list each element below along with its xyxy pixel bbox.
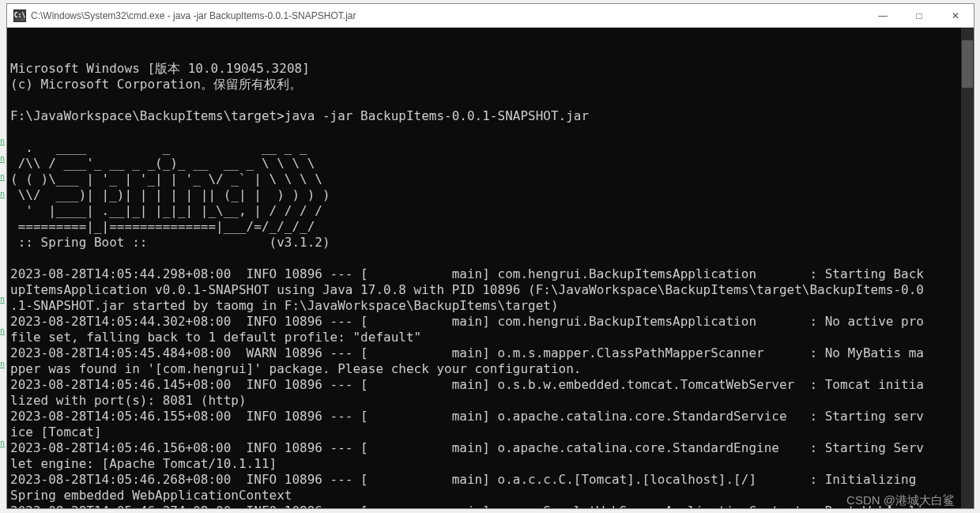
console-line: 2023-08-28T14:05:46.274+08:00 INFO 10896… — [10, 504, 972, 508]
watermark: CSDN @港城大白鲨 — [846, 493, 955, 508]
console-line: pper was found in '[com.hengrui]' packag… — [10, 361, 972, 377]
close-button[interactable]: ✕ — [937, 4, 974, 28]
console-line: =========|_|==============|___/=/_/_/_/ — [10, 219, 972, 235]
console-line: 2023-08-28T14:05:45.484+08:00 WARN 10896… — [10, 345, 972, 361]
cmd-icon: C:\ — [13, 9, 26, 22]
background-link-fragment: n — [0, 295, 5, 304]
console-line: upItemsApplication v0.0.1-SNAPSHOT using… — [10, 282, 972, 298]
console-line: /\\ / ___'_ __ _ _(_)_ __ __ _ \ \ \ \ — [10, 156, 972, 172]
console-line: lized with port(s): 8081 (http) — [10, 393, 972, 409]
console-line: file set, falling back to 1 default prof… — [10, 330, 972, 345]
console-line: F:\JavaWorkspace\BackupItems\target>java… — [10, 108, 972, 124]
console-line: 2023-08-28T14:05:44.302+08:00 INFO 10896… — [10, 314, 972, 330]
console-line: .1-SNAPSHOT.jar started by taomg in F:\J… — [10, 298, 972, 314]
console-line: . ____ _ __ _ _ — [10, 140, 972, 156]
console-line: 2023-08-28T14:05:46.268+08:00 INFO 10896… — [10, 472, 972, 488]
background-link-fragment: n — [0, 439, 5, 447]
console-line — [10, 251, 972, 266]
maximize-button[interactable]: □ — [901, 4, 937, 28]
window-title: C:\Windows\System32\cmd.exe - java -jar … — [31, 10, 865, 21]
console-line: ( ( )\___ | '_ | '_| | '_ \/ _` | \ \ \ … — [10, 172, 972, 187]
scrollbar[interactable] — [961, 28, 974, 508]
console-line: ice [Tomcat] — [10, 424, 972, 440]
window-controls: — □ ✕ — [865, 4, 974, 28]
minimize-button[interactable]: — — [865, 4, 901, 28]
background-link-fragment: n — [0, 137, 5, 145]
console-output[interactable]: Microsoft Windows [版本 10.0.19045.3208](c… — [7, 28, 974, 508]
titlebar[interactable]: C:\ C:\Windows\System32\cmd.exe - java -… — [7, 4, 974, 28]
console-line — [10, 124, 972, 140]
console-line: 2023-08-28T14:05:44.298+08:00 INFO 10896… — [10, 266, 972, 282]
background-link-fragment: n — [0, 172, 5, 181]
console-line: (c) Microsoft Corporation。保留所有权利。 — [10, 77, 972, 92]
console-line: \\/ ___)| |_)| | | | | || (_| | ) ) ) ) — [10, 187, 972, 203]
scrollbar-thumb[interactable] — [962, 40, 973, 88]
background-link-fragment: n — [0, 326, 5, 335]
background-link-fragment: n — [0, 190, 5, 198]
console-line — [10, 92, 972, 108]
background-link-fragment: n — [0, 360, 5, 368]
console-line: let engine: [Apache Tomcat/10.1.11] — [10, 456, 972, 472]
console-line: Spring embedded WebApplicationContext — [10, 488, 972, 504]
console-line: ' |____| .__|_| |_|_| |_\__, | / / / / — [10, 203, 972, 219]
background-link-fragment: n — [0, 154, 5, 163]
console-line: 2023-08-28T14:05:46.156+08:00 INFO 10896… — [10, 440, 972, 456]
cmd-window: C:\ C:\Windows\System32\cmd.exe - java -… — [6, 3, 974, 509]
console-line: 2023-08-28T14:05:46.155+08:00 INFO 10896… — [10, 409, 972, 424]
console-line: Microsoft Windows [版本 10.0.19045.3208] — [10, 61, 972, 77]
console-line: :: Spring Boot :: (v3.1.2) — [10, 235, 972, 251]
console-line: 2023-08-28T14:05:46.145+08:00 INFO 10896… — [10, 377, 972, 393]
